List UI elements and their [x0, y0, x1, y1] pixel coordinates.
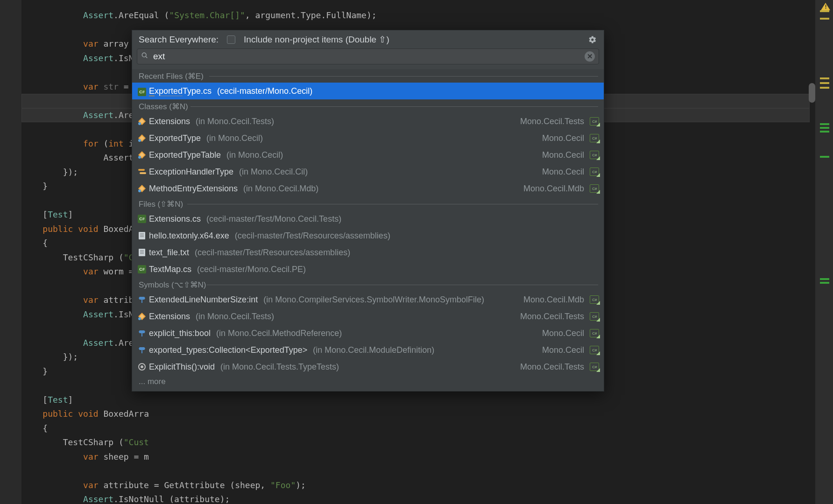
- svg-point-10: [138, 156, 141, 159]
- error-stripe-marker[interactable]: [820, 10, 829, 12]
- svg-marker-24: [139, 297, 145, 300]
- search-result[interactable]: text_file.txt (cecil-master/Test/Resourc…: [132, 244, 604, 261]
- svg-point-28: [138, 317, 141, 320]
- file-icon: [138, 231, 146, 240]
- search-result[interactable]: MethodEntryExtensions (in Mono.Cecil.Mdb…: [132, 180, 604, 197]
- clear-search-button[interactable]: ✕: [585, 51, 595, 62]
- result-namespace: Mono.Cecil: [542, 329, 584, 338]
- search-field[interactable]: ✕: [137, 49, 599, 64]
- code-line[interactable]: TestCSharp ("Cust: [21, 435, 810, 450]
- result-hint: (in Mono.Cecil.Tests): [196, 117, 274, 126]
- search-result[interactable]: ExportedType.cs (cecil-master/Mono.Cecil…: [132, 83, 604, 99]
- search-result[interactable]: exported_types:Collection<ExportedType> …: [132, 342, 604, 358]
- result-namespace: Mono.Cecil.Mdb: [523, 184, 584, 194]
- inspection-warning-icon[interactable]: [821, 3, 830, 10]
- error-stripe-marker[interactable]: [820, 127, 829, 129]
- svg-point-34: [141, 365, 143, 368]
- include-nonproject-label: Include non-project items (Double ⇧): [244, 34, 389, 45]
- code-line[interactable]: Assert.AreEqual ("System.Char[]", argume…: [21, 8, 810, 23]
- result-hint: (in Mono.Cecil): [226, 150, 283, 160]
- section-label: Recent Files (⌘E): [139, 72, 204, 81]
- result-label: ExportedTypeTable: [149, 150, 221, 160]
- result-label: text_file.txt: [149, 248, 189, 258]
- code-line[interactable]: {: [21, 421, 810, 436]
- field-icon: [138, 329, 146, 337]
- section-recent-files: Recent Files (⌘E): [132, 69, 604, 83]
- gear-icon[interactable]: [588, 35, 597, 44]
- result-namespace: Mono.Cecil: [542, 167, 584, 177]
- error-stripe-marker[interactable]: [820, 82, 829, 84]
- error-stripe-marker[interactable]: [820, 87, 829, 89]
- svg-line-1: [146, 56, 147, 58]
- csharp-badge-icon: [590, 168, 599, 176]
- section-label: Classes (⌘N): [139, 102, 188, 111]
- search-result[interactable]: ExceptionHandlerType (in Mono.Cecil.Cil)…: [132, 163, 604, 180]
- error-stripe-marker[interactable]: [820, 156, 829, 158]
- error-stripe-marker[interactable]: [820, 123, 829, 125]
- code-line[interactable]: [21, 464, 810, 478]
- marker-strip: [815, 0, 833, 504]
- search-result[interactable]: ExplicitThis():void (in Mono.Cecil.Tests…: [132, 358, 604, 375]
- result-label: TextMap.cs: [149, 265, 191, 274]
- svg-marker-29: [139, 330, 145, 333]
- result-label: exported_types:Collection<ExportedType>: [149, 345, 307, 355]
- csharp-badge-icon: [590, 151, 599, 159]
- error-stripe-marker[interactable]: [820, 282, 829, 284]
- result-hint: (in Mono.Cecil): [206, 133, 263, 143]
- error-stripe-marker[interactable]: [820, 18, 829, 20]
- result-namespace: Mono.Cecil: [542, 345, 584, 355]
- editor-gutter: [0, 0, 21, 504]
- result-hint: (in Mono.Cecil.Mdb): [243, 184, 318, 194]
- search-result[interactable]: Extensions (in Mono.Cecil.Tests)Mono.Cec…: [132, 113, 604, 130]
- result-label: ExportedType.cs: [149, 86, 212, 96]
- class-icon: [138, 117, 146, 126]
- result-label: Extensions.cs: [149, 214, 201, 224]
- popup-title: Search Everywhere:: [139, 35, 219, 45]
- result-label: Extensions: [149, 312, 190, 322]
- search-result[interactable]: hello.textonly.x64.exe (cecil-master/Tes…: [132, 227, 604, 244]
- code-line[interactable]: public void BoxedArra: [21, 407, 810, 421]
- method-icon: [138, 363, 146, 371]
- editor-scrollbar-thumb[interactable]: [809, 83, 815, 103]
- more-results[interactable]: ... more: [132, 375, 604, 391]
- csharp-badge-icon: [590, 312, 599, 321]
- section-label: Files (⇧⌘N): [139, 200, 183, 209]
- csharp-badge-icon: [590, 134, 599, 142]
- csharp-badge-icon: [590, 329, 599, 337]
- section-label: Symbols (⌥⇧⌘N): [139, 280, 206, 289]
- search-result[interactable]: Extensions (in Mono.Cecil.Tests)Mono.Cec…: [132, 308, 604, 325]
- result-hint: (in Mono.Cecil.Tests): [196, 312, 274, 322]
- search-result[interactable]: TextMap.cs (cecil-master/Mono.Cecil.PE): [132, 261, 604, 278]
- code-line[interactable]: Assert.IsNotNull (attribute);: [21, 492, 810, 504]
- search-result[interactable]: Extensions.cs (cecil-master/Test/Mono.Ce…: [132, 210, 604, 227]
- class-icon: [138, 312, 146, 321]
- result-label: ExportedType: [149, 133, 201, 143]
- code-line[interactable]: [Test]: [21, 393, 810, 407]
- result-namespace: Mono.Cecil.Tests: [520, 312, 584, 322]
- error-stripe-marker[interactable]: [820, 278, 829, 280]
- popup-header: Search Everywhere: Include non-project i…: [132, 30, 604, 49]
- svg-point-15: [138, 189, 141, 192]
- section-classes: Classes (⌘N): [132, 99, 604, 113]
- field-icon: [138, 295, 146, 304]
- code-line[interactable]: var sheep = m: [21, 450, 810, 464]
- error-stripe-marker[interactable]: [820, 131, 829, 133]
- search-result[interactable]: ExportedType (in Mono.Cecil)Mono.Cecil: [132, 130, 604, 147]
- csharp-badge-icon: [590, 117, 599, 126]
- result-hint: (in Mono.Cecil.Tests.TypeTests): [220, 362, 339, 372]
- result-label: ExtendedLineNumberSize:int: [149, 295, 258, 305]
- search-result[interactable]: explicit_this:bool (in Mono.Cecil.Method…: [132, 325, 604, 342]
- result-hint: (cecil-master/Mono.Cecil.PE): [197, 265, 306, 274]
- result-hint: (in Mono.Cecil.MethodReference): [216, 329, 342, 338]
- include-nonproject-checkbox[interactable]: [227, 35, 235, 44]
- result-hint: (in Mono.Cecil.ModuleDefinition): [313, 345, 434, 355]
- search-input[interactable]: [152, 51, 581, 62]
- csharp-badge-icon: [590, 184, 599, 193]
- svg-rect-12: [140, 172, 146, 174]
- error-stripe-marker[interactable]: [820, 77, 829, 79]
- result-namespace: Mono.Cecil: [542, 150, 584, 160]
- search-icon: [141, 52, 148, 62]
- code-line[interactable]: var attribute = GetAttribute (sheep, "Fo…: [21, 478, 810, 493]
- search-result[interactable]: ExtendedLineNumberSize:int (in Mono.Comp…: [132, 291, 604, 308]
- search-result[interactable]: ExportedTypeTable (in Mono.Cecil)Mono.Ce…: [132, 147, 604, 163]
